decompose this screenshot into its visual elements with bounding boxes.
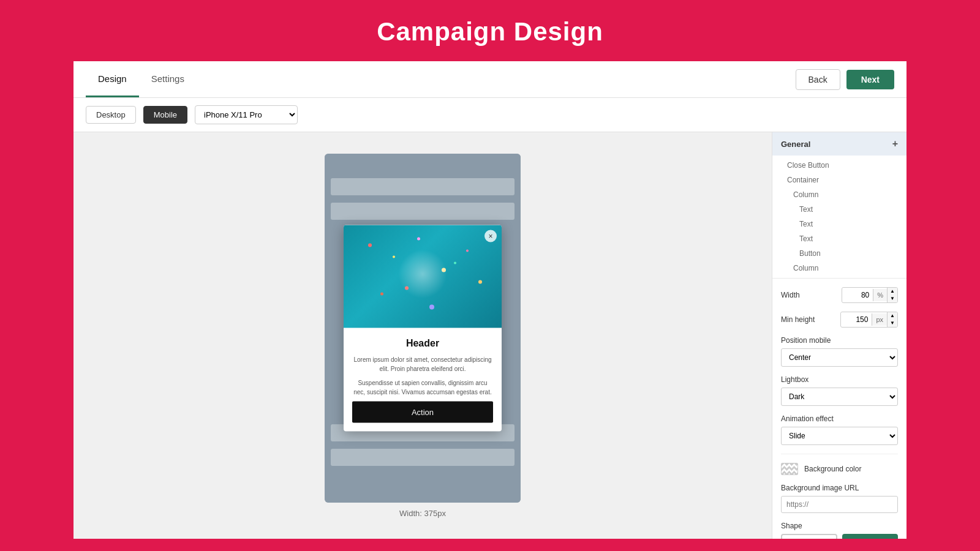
confetti-dot [393,255,395,258]
popup-image-glow [398,249,447,298]
min-height-input[interactable] [841,313,872,326]
tab-group: Design Settings [86,61,197,97]
phone-bar-2 [331,203,514,220]
phone-bar-3 [331,449,514,466]
bg-color-row: Background color [781,463,898,475]
mobile-button[interactable]: Mobile [143,106,187,124]
popup-image: × [344,225,502,328]
popup-para-2: Suspendisse ut sapien convallis, digniss… [352,378,493,396]
tree-item-column-1[interactable]: Column [772,187,907,202]
shape-section: Shape [781,522,898,539]
min-height-label: Min height [781,315,815,324]
confetti-dot [417,237,420,240]
desktop-button[interactable]: Desktop [86,106,136,124]
device-select[interactable]: iPhone X/11 Pro iPhone SE Samsung Galaxy… [195,105,298,124]
tree-item-container[interactable]: Container [772,173,907,187]
properties-panel: Width % ▲ ▼ Min height px [772,279,907,539]
min-height-spinner: ▲ ▼ [887,312,897,327]
width-up[interactable]: ▲ [888,288,897,295]
page-title: Campaign Design [0,17,980,47]
position-mobile-section: Position mobile Center Top Bottom [781,336,898,367]
lightbox-section: Lightbox Dark Light None [781,375,898,406]
min-height-input-group: px ▲ ▼ [840,312,898,328]
bg-image-label: Background image URL [781,484,898,492]
tree-item-column-2[interactable]: Column [772,261,907,276]
phone-frame: × Header Lorem ipsum dolor sit amet, con… [325,154,521,503]
canvas-label: Width: 375px [399,509,446,518]
panel-tree: Close Button Container Column Text Text … [772,156,907,279]
back-button[interactable]: Back [796,69,840,90]
position-mobile-label: Position mobile [781,336,898,345]
lightbox-select[interactable]: Dark Light None [781,388,898,406]
popup-modal: × Header Lorem ipsum dolor sit amet, con… [344,225,502,431]
shape-rounded-rect-button[interactable] [781,534,837,539]
confetti-dot [380,292,383,295]
tab-settings[interactable]: Settings [139,61,197,97]
popup-action-button[interactable]: Action [352,401,493,422]
min-height-row: Min height px ▲ ▼ [781,312,898,328]
next-button[interactable]: Next [846,70,894,89]
bg-image-input[interactable] [781,496,898,513]
popup-para-1: Lorem ipsum dolor sit amet, consectetur … [352,354,493,373]
main-area: Design Settings Back Next Desktop Mobile… [74,61,907,539]
confetti-dot [466,249,469,252]
canvas-area: × Header Lorem ipsum dolor sit amet, con… [74,132,772,539]
confetti-dot [368,243,372,247]
popup-body: Header Lorem ipsum dolor sit amet, conse… [344,328,502,431]
view-toolbar: Desktop Mobile iPhone X/11 Pro iPhone SE… [74,98,907,132]
shape-label: Shape [781,522,898,530]
width-input-group: % ▲ ▼ [842,287,898,303]
phone-bar-1 [331,178,514,195]
tree-item-text-2[interactable]: Text [772,217,907,231]
min-height-up[interactable]: ▲ [888,312,897,320]
width-spinner: ▲ ▼ [887,288,897,302]
confetti-dot [454,261,456,264]
width-label: Width [781,291,800,299]
top-bar-actions: Back Next [796,69,894,90]
tree-item-close-button[interactable]: Close Button [772,158,907,173]
popup-header-text: Header [352,337,493,348]
bg-image-section: Background image URL [781,484,898,513]
bg-color-swatch[interactable] [781,463,798,475]
divider-1 [781,454,898,454]
top-bar: Design Settings Back Next [74,61,907,98]
content-row: × Header Lorem ipsum dolor sit amet, con… [74,132,907,539]
confetti-dot [429,304,434,309]
animation-section: Animation effect Slide Fade None [781,414,898,445]
animation-select[interactable]: Slide Fade None [781,427,898,445]
panel-section-header: General + [772,132,907,156]
add-element-button[interactable]: + [892,138,898,149]
animation-label: Animation effect [781,414,898,423]
min-height-unit: px [872,313,887,326]
lightbox-label: Lightbox [781,375,898,384]
min-height-down[interactable]: ▼ [888,320,897,327]
shape-options [781,534,898,539]
width-row: Width % ▲ ▼ [781,287,898,303]
tree-item-button[interactable]: Button [772,246,907,261]
tree-item-text-1[interactable]: Text [772,202,907,217]
page-header: Campaign Design [0,0,980,61]
width-input[interactable] [842,288,873,302]
width-down[interactable]: ▼ [888,295,897,302]
width-unit: % [873,289,887,301]
popup-close-button[interactable]: × [484,230,497,242]
panel-section-label: General [781,140,810,149]
tab-design[interactable]: Design [86,61,139,97]
right-panel: General + Close Button Container Column … [772,132,907,539]
position-mobile-select[interactable]: Center Top Bottom [781,348,898,367]
tree-item-text-3[interactable]: Text [772,231,907,246]
bg-color-label: Background color [804,465,861,473]
confetti-dot [478,280,482,283]
shape-pill-button[interactable] [842,534,899,539]
